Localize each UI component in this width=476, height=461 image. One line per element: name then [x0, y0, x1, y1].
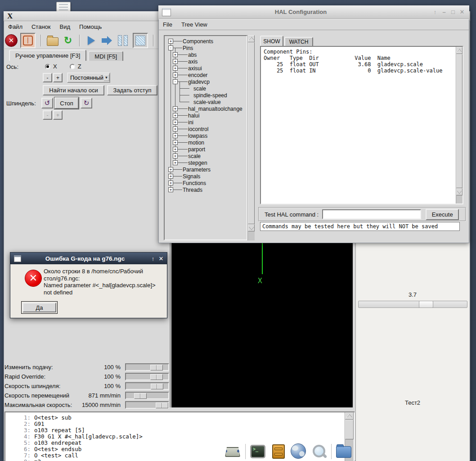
tree-item-label[interactable]: scale: [193, 86, 206, 92]
slider-track[interactable]: [125, 401, 169, 409]
axis-menu-item-3[interactable]: Помощь: [75, 22, 106, 32]
dock-folder-icon[interactable]: [336, 443, 352, 460]
tree-expander-icon[interactable]: +: [173, 154, 178, 158]
shade-button[interactable]: ↑: [431, 9, 440, 15]
tree-item-label[interactable]: axis: [188, 59, 198, 65]
touch-off-button[interactable]: Задать отступ: [107, 85, 157, 95]
test-hal-command-input[interactable]: [322, 209, 421, 219]
tree-item-label[interactable]: scale: [188, 153, 201, 159]
jog-mode-select[interactable]: Постоянный ▼: [67, 72, 110, 83]
estop-button[interactable]: ✕: [5, 34, 18, 47]
tree-item-scale-value[interactable]: scale-value: [165, 99, 247, 105]
tree-expander-icon[interactable]: +: [173, 160, 178, 165]
tree-item-halui[interactable]: +halui: [165, 112, 247, 119]
tree-item-label[interactable]: lowpass: [188, 133, 207, 139]
tree-item-Components[interactable]: +Components: [165, 38, 247, 45]
ok-button[interactable]: Да: [22, 303, 56, 312]
axis-option-z[interactable]: Z: [70, 63, 81, 70]
dock-terminal-icon[interactable]: >_: [250, 443, 266, 460]
tree-item-label[interactable]: scale-value: [193, 99, 221, 105]
hal-menu-item-1[interactable]: Tree View: [177, 20, 212, 29]
scroll-down-icon[interactable]: [456, 188, 463, 195]
reload-button[interactable]: ↻: [62, 34, 74, 47]
dock-search-icon[interactable]: [311, 443, 327, 460]
show-scrollbar[interactable]: [456, 47, 463, 203]
tab-watch[interactable]: WATCH: [284, 37, 313, 46]
tree-item-label[interactable]: gladevcp: [188, 79, 210, 85]
tree-expander-icon[interactable]: +: [168, 39, 173, 44]
scroll-up-icon[interactable]: [345, 412, 354, 420]
machine-power-button[interactable]: ⏐: [20, 33, 36, 48]
tree-item-label[interactable]: Components: [183, 38, 213, 45]
tree-item-ini[interactable]: +ini: [165, 119, 247, 126]
open-file-button[interactable]: [46, 34, 59, 47]
shade-button[interactable]: ↑: [149, 255, 157, 262]
spindle-cw-button[interactable]: ↻: [81, 98, 92, 108]
tree-item-stepgen[interactable]: +stepgen: [165, 159, 247, 166]
tab-mdi[interactable]: MDI [F5]: [88, 51, 123, 61]
tree-item-motion[interactable]: +motion: [165, 139, 247, 146]
tree-expander-icon[interactable]: -: [168, 45, 173, 50]
tree-item-spindle-speed[interactable]: spindle-speed: [165, 92, 247, 99]
tree-item-label[interactable]: Signals: [183, 173, 200, 180]
tree-scrollbar[interactable]: [247, 35, 255, 240]
tree-item-Threads[interactable]: +Threads: [165, 186, 247, 193]
dock-show-desktop-icon[interactable]: [225, 443, 241, 460]
minimize-button[interactable]: –: [440, 9, 449, 15]
tree-item-axisui[interactable]: +axisui: [165, 65, 247, 72]
spindle-slower-button[interactable]: -: [43, 110, 52, 120]
tree-item-label[interactable]: ini: [188, 119, 193, 126]
pause-button[interactable]: [116, 34, 130, 47]
tree-item-iocontrol[interactable]: +iocontrol: [165, 126, 247, 132]
tree-item-label[interactable]: encoder: [188, 72, 207, 78]
spindle-ccw-button[interactable]: ↺: [41, 98, 53, 108]
slider-thumb[interactable]: [151, 384, 163, 389]
tree-expander-icon[interactable]: +: [173, 133, 178, 138]
tree-item-Signals[interactable]: +Signals: [165, 173, 247, 180]
tree-expander-icon[interactable]: +: [173, 72, 178, 77]
scale-slider[interactable]: [358, 301, 467, 308]
tree-item-lowpass[interactable]: +lowpass: [165, 132, 247, 139]
tree-item-scale[interactable]: +scale: [165, 153, 247, 159]
slider-track[interactable]: [125, 373, 169, 380]
tree-expander-icon[interactable]: +: [173, 52, 178, 57]
gcode-scrollbar-thumb[interactable]: [345, 420, 354, 439]
axis-menu-item-0[interactable]: Файл: [4, 22, 27, 32]
tree-expander-icon[interactable]: +: [173, 106, 178, 111]
tree-item-encoder[interactable]: +encoder: [165, 72, 247, 78]
spindle-faster-button[interactable]: +: [53, 110, 63, 120]
step-button[interactable]: [100, 34, 113, 47]
axis-option-x[interactable]: X: [45, 63, 57, 70]
tree-item-label[interactable]: axisui: [188, 65, 202, 72]
tree-item-label[interactable]: iocontrol: [188, 126, 208, 132]
tree-expander-icon[interactable]: +: [173, 113, 178, 118]
tree-item-label[interactable]: Functions: [183, 180, 206, 186]
tree-expander-icon[interactable]: +: [173, 127, 178, 131]
tree-item-Pins[interactable]: -Pins: [165, 45, 247, 51]
home-axis-button[interactable]: Найти начало оси: [43, 85, 104, 95]
tree-item-Functions[interactable]: +Functions: [165, 180, 247, 186]
tree-expander-icon[interactable]: +: [168, 174, 173, 179]
scale-slider-thumb[interactable]: [419, 301, 433, 308]
tree-item-label[interactable]: motion: [188, 140, 204, 146]
spindle-stop-button[interactable]: Стоп: [54, 97, 79, 109]
maximize-button[interactable]: □: [449, 9, 458, 15]
tree-expander-icon[interactable]: +: [173, 147, 178, 152]
dock-web-browser-icon[interactable]: [291, 443, 307, 460]
jog-minus-button[interactable]: -: [43, 73, 52, 82]
tree-item-label[interactable]: abs: [188, 52, 197, 58]
scroll-up-icon[interactable]: [456, 47, 463, 54]
close-button[interactable]: ✕: [458, 9, 467, 15]
scroll-up-icon[interactable]: [248, 35, 255, 42]
jog-plus-button[interactable]: +: [53, 73, 63, 82]
tree-expander-icon[interactable]: +: [168, 187, 173, 192]
tree-scrollbar-thumb[interactable]: [248, 42, 255, 224]
axis-menu-item-1[interactable]: Станок: [27, 22, 55, 32]
tree-expander-icon[interactable]: +: [168, 167, 173, 172]
tree-item-label[interactable]: Threads: [183, 187, 202, 193]
slider-thumb[interactable]: [134, 393, 147, 399]
tree-expander-icon[interactable]: +: [173, 120, 178, 125]
slider-track[interactable]: [125, 363, 169, 371]
tree-expander-icon[interactable]: +: [173, 140, 178, 145]
tree-item-label[interactable]: Pins: [183, 45, 193, 51]
